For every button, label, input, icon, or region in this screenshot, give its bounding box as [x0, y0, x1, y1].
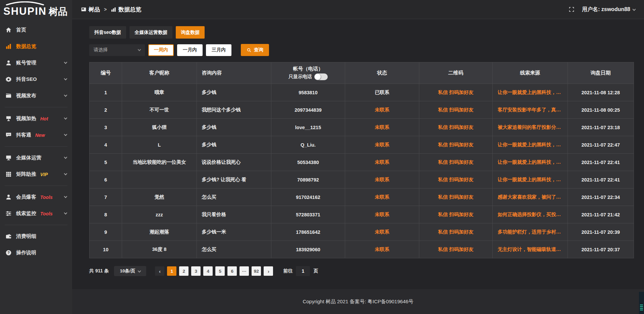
sidebar-item-video-heat[interactable]: 视频加热 Hot [0, 110, 72, 127]
source-link[interactable]: 无主灯设计，智能磁吸轨道灯... [498, 246, 562, 253]
cell-qrcode: 私信 扫码加好友 [419, 189, 493, 206]
cell-nickname: 觉然 [122, 189, 197, 206]
account-select[interactable]: 请选择 [89, 44, 145, 56]
cell-nickname: 当地比较能吃的一位美女 [122, 154, 197, 171]
cell-qrcode: 私信 扫码加好友 [419, 101, 493, 119]
cell-qrcode: 私信 扫码加好友 [419, 206, 493, 223]
period-three-month-button[interactable]: 三月内 [206, 44, 231, 56]
sidebar-item-label: 视频发布 [16, 93, 36, 99]
cell-status: 未联系 [345, 189, 419, 206]
cell-id: 4 [90, 136, 122, 154]
sidebar-item-douyin-seo[interactable]: 抖音SEO [0, 71, 72, 88]
status-badge: 未联系 [375, 229, 389, 235]
wallet-icon [5, 233, 12, 240]
sidebar-item-douketong[interactable]: 抖客通 New [0, 127, 72, 143]
sidebar-item-label: 账号管理 [16, 60, 36, 66]
main-column: 树品 > 数据总览 用户名: zswodun88 抖音seo数据 全媒体运营数据… [72, 0, 644, 314]
qrcode-actions-link[interactable]: 私信 扫码加好友 [438, 107, 474, 113]
qrcode-actions-link[interactable]: 私信 扫码加好友 [438, 194, 474, 200]
chevron-down-icon [138, 48, 141, 51]
page-button[interactable]: 5 [215, 266, 225, 276]
user-menu[interactable]: 用户名: zswodun88 [582, 6, 635, 13]
qrcode-actions-link[interactable]: 私信 扫码加好友 [438, 142, 474, 148]
cell-id: 9 [90, 223, 122, 241]
sidebar-item-label: 操作说明 [16, 250, 36, 256]
source-link[interactable]: 多功能护栏灯，适用于乡村文... [498, 229, 562, 235]
qrcode-actions-link[interactable]: 私信 扫码加好友 [438, 159, 474, 165]
phone-only-label: 只显示电话 [288, 74, 312, 80]
table-row: 7 觉然 怎么买 917024162 未联系 私信 扫码加好友 感谢大家喜欢我家… [90, 189, 634, 206]
cell-source: 无主灯设计，智能磁吸轨道灯... [493, 241, 568, 258]
breadcrumb-item-current: 数据总览 [118, 6, 141, 13]
phone-only-toggle[interactable] [314, 73, 328, 80]
page-buttons: 123456···92 [164, 266, 261, 276]
period-one-week-button[interactable]: 一周内 [148, 44, 174, 56]
sidebar-item-spending-detail[interactable]: 消费明细 [0, 228, 72, 245]
brand-suffix: 树品 [49, 7, 67, 16]
cell-qrcode: 私信 扫码加好友 [419, 171, 493, 189]
page-button[interactable]: 92 [252, 266, 261, 276]
qrcode-actions-link[interactable]: 私信 扫码加好友 [438, 124, 474, 130]
menu-divider [5, 107, 67, 107]
cell-account: love__1215 [271, 119, 345, 136]
source-link[interactable]: 让你一眼就爱上的黑科技，能... [498, 89, 562, 96]
cell-nickname: 不可一世 [122, 101, 197, 119]
sidebar-item-video-publish[interactable]: 视频发布 [0, 88, 72, 104]
sidebar-item-omnimedia[interactable]: 全媒体运营 [0, 150, 72, 166]
header-source: 线索来源 [493, 62, 568, 84]
copyright-text: Copyright 树品 2021 备案号: 粤ICP备09019646号 [303, 299, 413, 305]
bar-chart-icon [5, 43, 12, 50]
corner-widget [639, 292, 644, 314]
cell-source: 被大家追着问的客厅投影分享... [493, 119, 568, 136]
qrcode-actions-link[interactable]: 私信 扫码加好友 [438, 211, 474, 218]
table-row: 3 狐小狸 多少钱 love__1215 未联系 私信 扫码加好友 被大家追着问… [90, 119, 634, 136]
sidebar-item-account-mgmt[interactable]: 账号管理 [0, 55, 72, 71]
header-content: 咨询内容 [197, 62, 271, 84]
chevron-down-icon [64, 133, 67, 136]
next-page-button[interactable]: › [264, 266, 273, 276]
source-link[interactable]: 客厅安装投影半年多了，真实... [498, 107, 562, 113]
page-size-select[interactable]: 10条/页 [114, 266, 146, 276]
sidebar-item-label: 抖音SEO [16, 76, 37, 83]
qrcode-actions-link[interactable]: 私信 扫码加好友 [438, 89, 474, 96]
source-link[interactable]: 让你一眼就爱上的黑科技，能... [498, 159, 562, 165]
brand-name: SHUPIN [3, 6, 47, 16]
page-button[interactable]: 6 [227, 266, 237, 276]
qrcode-actions-link[interactable]: 私信 扫码加好友 [438, 176, 474, 183]
source-link[interactable]: 让你一眼就爱上的黑科技，能... [498, 176, 562, 183]
cell-id: 2 [90, 101, 122, 119]
period-one-month-button[interactable]: 一月内 [177, 44, 203, 56]
vip-badge: VIP [40, 172, 48, 177]
qrcode-actions-link[interactable]: 私信 扫码加好友 [438, 246, 474, 253]
fullscreen-icon[interactable] [569, 6, 575, 12]
sidebar-item-help[interactable]: ? 操作说明 [0, 245, 72, 261]
breadcrumb-item-home[interactable]: 树品 [89, 6, 100, 13]
source-link[interactable]: 让你一眼就爱上的黑科技，能... [498, 142, 562, 148]
page-button[interactable]: 1 [167, 266, 176, 276]
source-link[interactable]: 感谢大家喜欢我家，被问了好... [498, 194, 562, 200]
page-button[interactable]: ··· [239, 266, 249, 276]
sidebar-item-matrix-boost[interactable]: 矩阵助推 VIP [0, 166, 72, 182]
chevron-down-icon [64, 94, 67, 97]
page-button[interactable]: 2 [179, 266, 189, 276]
sidebar-item-home[interactable]: 首页 [0, 22, 72, 38]
prev-page-button[interactable]: ‹ [155, 266, 164, 276]
sidebar-item-data-overview[interactable]: 数据总览 [0, 38, 72, 55]
sidebar-item-member-burst[interactable]: 会员爆客 Tools [0, 189, 72, 205]
search-button[interactable]: 查询 [241, 44, 269, 56]
sidebar-item-clue-monitor[interactable]: 线索监控 Tools [0, 205, 72, 222]
cell-id: 3 [90, 119, 122, 136]
page-button[interactable]: 4 [203, 266, 213, 276]
goto-page-input[interactable] [296, 266, 310, 276]
tab-omnimedia-data[interactable]: 全媒体运营数据 [129, 26, 172, 39]
qrcode-actions-link[interactable]: 私信 扫码加好友 [438, 229, 474, 235]
cell-date: 2021-11-07 21:42 [568, 206, 634, 223]
table-row: 9 潮起潮落 多少钱一米 178651642 未联系 私信 扫码加好友 多功能护… [90, 223, 634, 241]
source-link[interactable]: 如何正确选择投影仪，买投影... [498, 211, 562, 218]
tab-inquiry-data[interactable]: 询盘数据 [176, 26, 205, 39]
page-button[interactable]: 3 [191, 266, 201, 276]
cell-content: 多少钱 [197, 119, 271, 136]
source-link[interactable]: 被大家追着问的客厅投影分享... [498, 124, 562, 130]
tab-douyin-seo-data[interactable]: 抖音seo数据 [89, 26, 126, 39]
chevron-down-icon [64, 172, 67, 175]
